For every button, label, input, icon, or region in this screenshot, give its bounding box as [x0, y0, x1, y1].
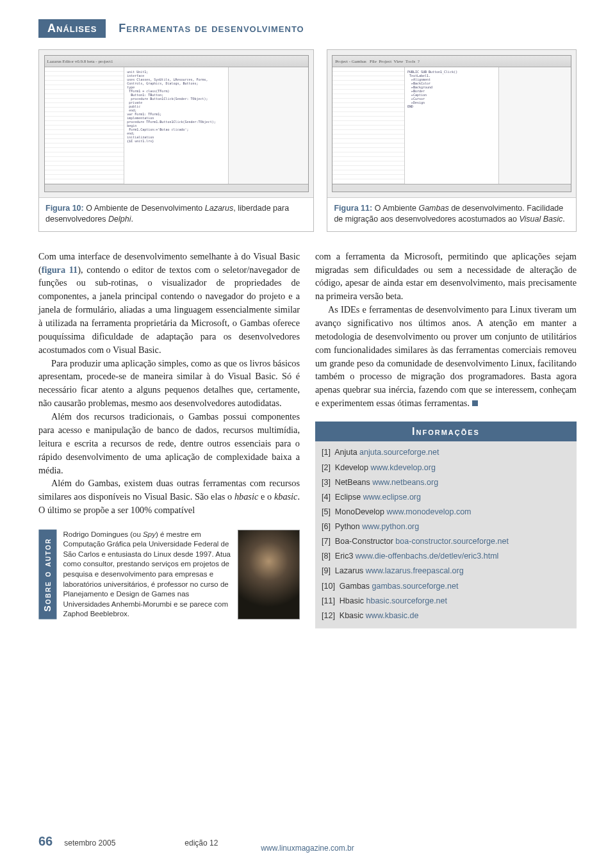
figure-10-label: Figura 10:: [45, 204, 84, 213]
figure-11: Project - Gambas File Project View Tools…: [327, 49, 577, 232]
figure-11-caption: Figura 11: O Ambiente Gambas de desenvol…: [327, 198, 576, 231]
ide-titlebar: Project - Gambas File Project View Tools…: [332, 56, 571, 67]
about-author-tab: Sobre o autor: [38, 530, 56, 619]
info-item: [11] Hbasic hbasic.sourceforge.net: [322, 594, 570, 609]
info-box-header: Informações: [315, 422, 577, 441]
paragraph-4: Além do Gambas, existem duas outras ferr…: [38, 477, 300, 517]
figure-10-caption: Figura 10: O Ambiente de Desenvolvimento…: [39, 198, 313, 231]
figure-ref-11: figura 11: [42, 265, 78, 275]
paragraph-3: Além dos recursos tradicionais, o Gambas…: [38, 410, 300, 477]
header-title: Ferramentas de desenvolvimento: [119, 22, 304, 35]
footer-month: setembro 2005: [64, 839, 115, 848]
about-author-box: Sobre o autor Rodrigo Domingues (ou Spy)…: [38, 530, 300, 619]
about-author-text: Rodrigo Domingues (ou Spy) é mestre em C…: [63, 530, 231, 619]
figure-11-label: Figura 11:: [334, 204, 372, 213]
info-list: [1] Anjuta anjuta.sourceforge.net [2] Kd…: [315, 441, 577, 625]
page: Análises Ferramentas de desenvolvimento …: [0, 0, 615, 868]
article-body: Com uma interface de desenvolvimento sem…: [38, 250, 577, 628]
ide-statusbar: [45, 184, 308, 192]
header-category: Análises: [38, 19, 106, 38]
figure-10: Lazarus Editor v0.9.8 beta - project1 un…: [38, 49, 314, 232]
info-item: [1] Anjuta anjuta.sourceforge.net: [322, 445, 570, 460]
figure-11-image: Project - Gambas File Project View Tools…: [327, 50, 576, 198]
ide-code-editor: PUBLIC SUB Button1_Click() TextLabel1. ▸…: [405, 67, 499, 184]
end-marker-icon: [472, 400, 478, 406]
info-box: Informações [1] Anjuta anjuta.sourceforg…: [315, 422, 577, 628]
ide-source-editor: unit Unit1;interfaceuses Classes, SysUti…: [124, 67, 228, 184]
page-number: 66: [38, 834, 53, 849]
lazarus-ide-screenshot: Lazarus Editor v0.9.8 beta - project1 un…: [44, 55, 309, 192]
info-item: [6] Python www.python.org: [322, 520, 570, 534]
info-item: [8] Eric3 www.die-offenbachs.de/detlev/e…: [322, 549, 570, 564]
ide-form-designer: [228, 67, 308, 184]
figures-row: Lazarus Editor v0.9.8 beta - project1 un…: [38, 49, 577, 232]
paragraph-2: Para produzir uma aplicação simples, com…: [38, 357, 300, 410]
figure-10-image: Lazarus Editor v0.9.8 beta - project1 un…: [39, 50, 313, 198]
ide-object-inspector: [45, 67, 125, 184]
page-header: Análises Ferramentas de desenvolvimento: [38, 19, 577, 38]
paragraph-6: As IDEs e ferramentas de desenvolvimento…: [315, 303, 577, 410]
info-item: [10] Gambas gambas.sourceforge.net: [322, 579, 570, 594]
ide-properties-toolbox: [498, 67, 571, 184]
gambas-ide-screenshot: Project - Gambas File Project View Tools…: [332, 55, 571, 192]
page-footer: 66 setembro 2005 edição 12 www.linuxmaga…: [38, 834, 577, 849]
author-photo: [238, 530, 300, 619]
info-item: [3] NetBeans www.netbeans.org: [322, 475, 570, 490]
footer-edition: edição 12: [184, 839, 218, 848]
info-item: [9] Lazarus www.lazarus.freepascal.org: [322, 564, 570, 578]
paragraph-5: com a ferramenta da Microsoft, permitind…: [315, 250, 577, 303]
info-item: [12] Kbasic www.kbasic.de: [322, 609, 570, 623]
info-item: [4] Eclipse www.eclipse.org: [322, 490, 570, 505]
ide-project-tree: [332, 67, 405, 184]
info-item: [2] Kdevelop www.kdevelop.org: [322, 461, 570, 475]
paragraph-1: Com uma interface de desenvolvimento sem…: [38, 250, 300, 357]
ide-statusbar: [332, 184, 571, 192]
info-item: [7] Boa-Constructor boa-constructor.sour…: [322, 534, 570, 549]
footer-url: www.linuxmagazine.com.br: [261, 844, 354, 853]
ide-titlebar: Lazarus Editor v0.9.8 beta - project1: [45, 56, 308, 67]
info-item: [5] MonoDevelop www.monodevelop.com: [322, 505, 570, 520]
